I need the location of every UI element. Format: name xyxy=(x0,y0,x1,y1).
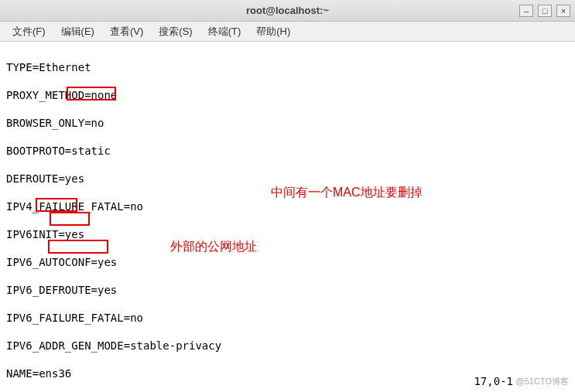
window-title: root@localhost:~ xyxy=(246,5,329,16)
menu-help[interactable]: 帮助(H) xyxy=(250,23,296,40)
close-button[interactable]: × xyxy=(556,5,570,17)
config-line: DEFROUTE=yes xyxy=(6,172,569,186)
watermark: @51CTO博客 xyxy=(516,376,569,387)
config-line: BROWSER_ONLY=no xyxy=(6,116,569,130)
titlebar: root@localhost:~ – □ × xyxy=(0,0,575,22)
config-line: IPV6INIT=yes xyxy=(6,227,569,241)
annotation-ip: 外部的公网地址 xyxy=(170,240,257,254)
maximize-button[interactable]: □ xyxy=(538,5,552,17)
menu-view[interactable]: 查看(V) xyxy=(104,23,149,40)
highlight-box-device xyxy=(50,212,90,226)
config-line: BOOTPROTO=static xyxy=(6,144,569,158)
config-line: IPV6_AUTOCONF=yes xyxy=(6,255,569,269)
config-line: PROXY_METHOD=none xyxy=(6,88,569,102)
config-line: TYPE=Ethernet xyxy=(6,60,569,74)
menu-terminal[interactable]: 终端(T) xyxy=(202,23,248,40)
window-controls: – □ × xyxy=(519,5,570,17)
minimize-button[interactable]: – xyxy=(519,5,533,17)
vim-status: 17,0-1 xyxy=(474,375,513,387)
menubar: 文件(F) 编辑(E) 查看(V) 搜索(S) 终端(T) 帮助(H) xyxy=(0,22,575,42)
annotation-mac: 中间有一个MAC地址要删掉 xyxy=(271,186,423,199)
config-line: IPV6_DEFROUTE=yes xyxy=(6,283,569,297)
menu-file[interactable]: 文件(F) xyxy=(6,23,52,40)
highlight-box-ipaddr xyxy=(48,240,108,254)
config-line: IPV6_FAILURE_FATAL=no xyxy=(6,311,569,325)
menu-edit[interactable]: 编辑(E) xyxy=(55,23,101,40)
menu-search[interactable]: 搜索(S) xyxy=(152,23,198,40)
config-line: IPV4_FAILURE_FATAL=no xyxy=(6,199,569,213)
terminal-content[interactable]: TYPE=Ethernet PROXY_METHOD=none BROWSER_… xyxy=(0,42,575,392)
config-line: IPV6_ADDR_GEN_MODE=stable-privacy xyxy=(6,339,569,353)
